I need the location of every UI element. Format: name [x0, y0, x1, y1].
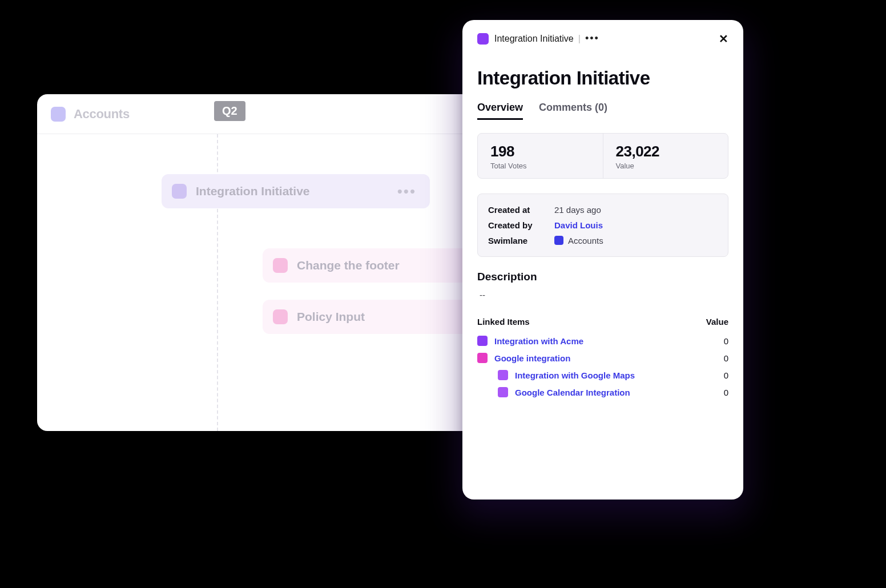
linked-items-header: Linked Items Value	[477, 317, 728, 327]
stat-label: Total Votes	[490, 162, 591, 170]
card-color-chip	[273, 258, 288, 273]
more-icon[interactable]: •••	[397, 183, 420, 200]
linked-item[interactable]: Google integration 0	[477, 349, 728, 367]
panel-title: Integration Initiative	[477, 67, 728, 89]
card-color-chip	[172, 184, 187, 199]
item-color-chip	[477, 336, 488, 346]
linked-items-value-heading: Value	[706, 317, 728, 327]
linked-item-value: 0	[724, 370, 728, 380]
linked-item[interactable]: Integration with Acme 0	[477, 332, 728, 349]
meta-value-user-link[interactable]: David Louis	[554, 220, 603, 230]
meta-key: Created at	[488, 205, 545, 215]
breadcrumb-separator: |	[578, 34, 581, 44]
stat-total-votes: 198 Total Votes	[478, 134, 603, 178]
linked-item[interactable]: Integration with Google Maps 0	[477, 367, 728, 384]
tab-comments[interactable]: Comments (0)	[539, 102, 607, 120]
panel-tabs: Overview Comments (0)	[477, 102, 728, 120]
card-change-footer[interactable]: Change the footer	[263, 248, 480, 283]
swimlane-name: Accounts	[568, 236, 603, 245]
item-color-chip	[477, 353, 488, 363]
stat-value: 198	[490, 143, 591, 160]
meta-value: Accounts	[554, 236, 603, 245]
description-heading: Description	[477, 271, 728, 283]
swimlane-title: Accounts	[74, 107, 130, 122]
linked-item-name[interactable]: Integration with Google Maps	[515, 370, 635, 380]
detail-panel: Integration Initiative | ••• ✕ Integrati…	[462, 20, 743, 500]
card-label: Integration Initiative	[196, 184, 310, 198]
linked-item-value: 0	[724, 336, 728, 346]
panel-header: Integration Initiative | ••• ✕	[477, 33, 728, 45]
swimlane-color-chip	[51, 107, 66, 122]
linked-items-heading: Linked Items	[477, 317, 530, 327]
card-label: Policy Input	[297, 310, 365, 324]
meta-block: Created at 21 days ago Created by David …	[477, 194, 728, 257]
linked-item[interactable]: Google Calendar Integration 0	[477, 384, 728, 401]
card-integration-initiative[interactable]: Integration Initiative •••	[162, 174, 430, 208]
linked-items-list: Integration with Acme 0 Google integrati…	[477, 332, 728, 401]
meta-swimlane: Swimlane Accounts	[488, 233, 718, 248]
linked-item-name[interactable]: Google Calendar Integration	[515, 388, 630, 397]
linked-item-name[interactable]: Google integration	[494, 353, 570, 363]
tab-overview[interactable]: Overview	[477, 102, 523, 120]
linked-item-value: 0	[724, 388, 728, 397]
meta-created-at: Created at 21 days ago	[488, 202, 718, 218]
item-color-chip	[477, 33, 489, 45]
meta-key: Created by	[488, 220, 545, 230]
stats-block: 198 Total Votes 23,022 Value	[477, 133, 728, 179]
description-body[interactable]: --	[477, 290, 728, 300]
quarter-badge: Q2	[214, 101, 245, 121]
meta-key: Swimlane	[488, 236, 545, 245]
swimlane-color-chip	[554, 236, 563, 245]
more-icon[interactable]: •••	[585, 33, 599, 45]
card-label: Change the footer	[297, 259, 400, 272]
breadcrumb[interactable]: Integration Initiative	[494, 34, 574, 44]
stat-value-metric: 23,022 Value	[603, 134, 728, 178]
item-color-chip	[498, 370, 508, 380]
meta-created-by: Created by David Louis	[488, 218, 718, 233]
close-icon[interactable]: ✕	[719, 33, 728, 45]
stat-value: 23,022	[616, 143, 717, 160]
meta-value: 21 days ago	[554, 205, 601, 215]
stat-label: Value	[616, 162, 717, 170]
card-color-chip	[273, 309, 288, 324]
item-color-chip	[498, 387, 508, 397]
linked-item-name[interactable]: Integration with Acme	[494, 336, 583, 346]
linked-item-value: 0	[724, 353, 728, 363]
card-policy-input[interactable]: Policy Input	[263, 300, 480, 334]
